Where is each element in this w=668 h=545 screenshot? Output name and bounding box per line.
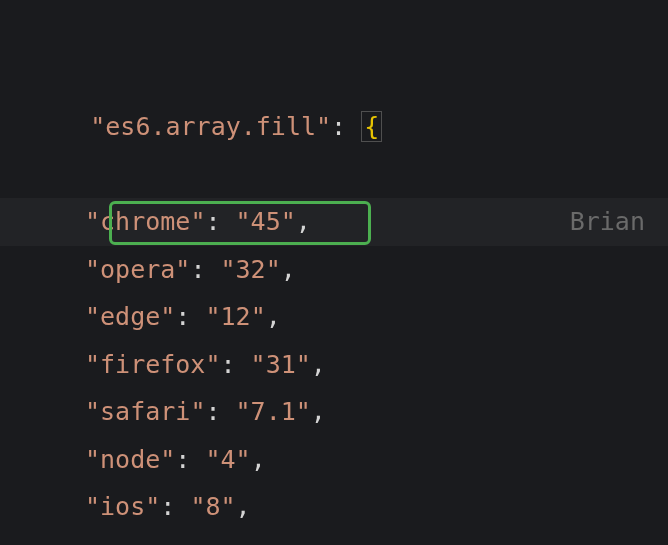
entry-line: "opera": "32",: [30, 246, 668, 294]
entry-key: edge: [100, 302, 160, 331]
entry-value: 8: [205, 492, 220, 521]
entry-line: "samsung": "5",: [30, 531, 668, 546]
entry-key: safari: [100, 397, 190, 426]
entry-value: 12: [221, 302, 251, 331]
entry-value: 45: [251, 207, 281, 236]
entry-value: 31: [266, 350, 296, 379]
entry-key: samsung: [100, 540, 205, 546]
entry-key: node: [100, 445, 160, 474]
entry-line: "edge": "12",: [30, 293, 668, 341]
entry-line: "ios": "8",: [30, 483, 668, 531]
opening-brace: {: [361, 111, 382, 142]
entry-value: 4: [221, 445, 236, 474]
entry-line: Brian "chrome": "45",: [30, 198, 668, 246]
entry-key: chrome: [100, 207, 190, 236]
entry-line: "node": "4",: [30, 436, 668, 484]
entry-value: 7.1: [251, 397, 296, 426]
root-key: es6.array.fill: [105, 112, 316, 141]
entry-key: firefox: [100, 350, 205, 379]
entry-key: opera: [100, 255, 175, 284]
entry-value: 5: [266, 540, 281, 546]
entry-line: "firefox": "31",: [30, 341, 668, 389]
root-key-line: "es6.array.fill": {: [30, 8, 668, 198]
entry-key: ios: [100, 492, 145, 521]
blame-annotation: Brian: [570, 198, 660, 246]
entry-value: 32: [236, 255, 266, 284]
entry-line: "safari": "7.1",: [30, 388, 668, 436]
